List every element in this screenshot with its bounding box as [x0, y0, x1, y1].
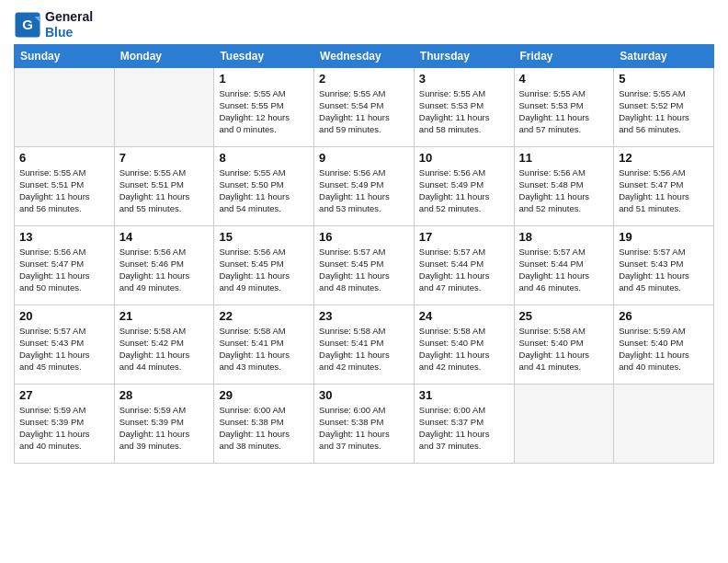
- calendar-cell: 12Sunrise: 5:56 AM Sunset: 5:47 PM Dayli…: [614, 146, 714, 225]
- day-number: 22: [219, 309, 309, 323]
- logo: G General Blue: [14, 9, 93, 40]
- calendar-cell: 19Sunrise: 5:57 AM Sunset: 5:43 PM Dayli…: [614, 225, 714, 304]
- cell-info: Sunrise: 6:00 AM Sunset: 5:38 PM Dayligh…: [219, 404, 309, 453]
- header: G General Blue: [14, 9, 714, 40]
- cell-info: Sunrise: 5:57 AM Sunset: 5:45 PM Dayligh…: [319, 246, 409, 294]
- calendar-cell: 24Sunrise: 5:58 AM Sunset: 5:40 PM Dayli…: [414, 304, 514, 384]
- day-number: 4: [519, 72, 609, 86]
- calendar-cell: 27Sunrise: 5:59 AM Sunset: 5:39 PM Dayli…: [15, 384, 115, 463]
- cell-info: Sunrise: 5:55 AM Sunset: 5:54 PM Dayligh…: [319, 87, 409, 136]
- calendar-cell: 5Sunrise: 5:55 AM Sunset: 5:52 PM Daylig…: [614, 67, 714, 146]
- calendar-cell: 23Sunrise: 5:58 AM Sunset: 5:41 PM Dayli…: [314, 304, 415, 384]
- calendar-cell: 4Sunrise: 5:55 AM Sunset: 5:53 PM Daylig…: [514, 67, 614, 146]
- cell-info: Sunrise: 5:55 AM Sunset: 5:55 PM Dayligh…: [219, 87, 309, 136]
- calendar-cell: 28Sunrise: 5:59 AM Sunset: 5:39 PM Dayli…: [114, 384, 214, 463]
- calendar-cell: 11Sunrise: 5:56 AM Sunset: 5:48 PM Dayli…: [514, 146, 614, 225]
- day-number: 14: [119, 230, 210, 244]
- cell-info: Sunrise: 5:55 AM Sunset: 5:50 PM Dayligh…: [219, 167, 309, 215]
- cell-info: Sunrise: 5:58 AM Sunset: 5:42 PM Dayligh…: [119, 325, 210, 373]
- cell-info: Sunrise: 5:57 AM Sunset: 5:43 PM Dayligh…: [19, 325, 109, 373]
- day-number: 30: [319, 388, 409, 402]
- calendar-cell: 31Sunrise: 6:00 AM Sunset: 5:37 PM Dayli…: [414, 384, 514, 463]
- cell-info: Sunrise: 5:57 AM Sunset: 5:44 PM Dayligh…: [519, 246, 609, 294]
- calendar-cell: 14Sunrise: 5:56 AM Sunset: 5:46 PM Dayli…: [114, 225, 214, 304]
- day-number: 1: [219, 72, 309, 86]
- calendar-cell: 21Sunrise: 5:58 AM Sunset: 5:42 PM Dayli…: [114, 304, 214, 384]
- weekday-header-thursday: Thursday: [414, 44, 514, 67]
- calendar-cell: 2Sunrise: 5:55 AM Sunset: 5:54 PM Daylig…: [314, 67, 415, 146]
- calendar-cell: 29Sunrise: 6:00 AM Sunset: 5:38 PM Dayli…: [214, 384, 314, 463]
- day-number: 29: [219, 388, 309, 402]
- calendar-cell: 26Sunrise: 5:59 AM Sunset: 5:40 PM Dayli…: [614, 304, 714, 384]
- cell-info: Sunrise: 5:59 AM Sunset: 5:39 PM Dayligh…: [19, 404, 109, 453]
- day-number: 26: [619, 309, 709, 323]
- logo-text: General Blue: [45, 9, 93, 40]
- calendar-cell: 17Sunrise: 5:57 AM Sunset: 5:44 PM Dayli…: [414, 225, 514, 304]
- cell-info: Sunrise: 5:58 AM Sunset: 5:41 PM Dayligh…: [219, 325, 309, 373]
- day-number: 13: [19, 230, 109, 244]
- day-number: 23: [319, 309, 409, 323]
- day-number: 19: [619, 230, 709, 244]
- logo-icon: G: [14, 11, 41, 39]
- cell-info: Sunrise: 5:55 AM Sunset: 5:52 PM Dayligh…: [619, 87, 709, 136]
- cell-info: Sunrise: 5:56 AM Sunset: 5:48 PM Dayligh…: [519, 167, 609, 215]
- day-number: 11: [519, 151, 609, 165]
- calendar-cell: 6Sunrise: 5:55 AM Sunset: 5:51 PM Daylig…: [15, 146, 115, 225]
- calendar-cell: [114, 67, 214, 146]
- day-number: 18: [519, 230, 609, 244]
- cell-info: Sunrise: 5:58 AM Sunset: 5:40 PM Dayligh…: [519, 325, 609, 373]
- calendar-cell: 16Sunrise: 5:57 AM Sunset: 5:45 PM Dayli…: [314, 225, 415, 304]
- day-number: 24: [419, 309, 509, 323]
- day-number: 20: [19, 309, 109, 323]
- cell-info: Sunrise: 6:00 AM Sunset: 5:37 PM Dayligh…: [419, 404, 509, 453]
- calendar-cell: 13Sunrise: 5:56 AM Sunset: 5:47 PM Dayli…: [15, 225, 115, 304]
- calendar-cell: 1Sunrise: 5:55 AM Sunset: 5:55 PM Daylig…: [214, 67, 314, 146]
- calendar-cell: 15Sunrise: 5:56 AM Sunset: 5:45 PM Dayli…: [214, 225, 314, 304]
- cell-info: Sunrise: 5:57 AM Sunset: 5:43 PM Dayligh…: [619, 246, 709, 294]
- cell-info: Sunrise: 5:56 AM Sunset: 5:46 PM Dayligh…: [119, 246, 210, 294]
- day-number: 8: [219, 151, 309, 165]
- cell-info: Sunrise: 5:56 AM Sunset: 5:47 PM Dayligh…: [619, 167, 709, 215]
- calendar-cell: 30Sunrise: 6:00 AM Sunset: 5:38 PM Dayli…: [314, 384, 415, 463]
- cell-info: Sunrise: 5:56 AM Sunset: 5:49 PM Dayligh…: [319, 167, 409, 215]
- svg-text:G: G: [22, 16, 33, 31]
- calendar-cell: 25Sunrise: 5:58 AM Sunset: 5:40 PM Dayli…: [514, 304, 614, 384]
- day-number: 16: [319, 230, 409, 244]
- calendar-cell: 9Sunrise: 5:56 AM Sunset: 5:49 PM Daylig…: [314, 146, 415, 225]
- day-number: 2: [319, 72, 409, 86]
- day-number: 28: [119, 388, 210, 402]
- cell-info: Sunrise: 5:55 AM Sunset: 5:51 PM Dayligh…: [19, 167, 109, 215]
- calendar-cell: 8Sunrise: 5:55 AM Sunset: 5:50 PM Daylig…: [214, 146, 314, 225]
- day-number: 27: [19, 388, 109, 402]
- day-number: 5: [619, 72, 709, 86]
- weekday-header-friday: Friday: [514, 44, 614, 67]
- calendar-cell: 20Sunrise: 5:57 AM Sunset: 5:43 PM Dayli…: [15, 304, 115, 384]
- calendar-cell: [514, 384, 614, 463]
- day-number: 12: [619, 151, 709, 165]
- weekday-header-sunday: Sunday: [15, 44, 115, 67]
- cell-info: Sunrise: 5:56 AM Sunset: 5:49 PM Dayligh…: [419, 167, 509, 215]
- cell-info: Sunrise: 5:55 AM Sunset: 5:53 PM Dayligh…: [419, 87, 509, 136]
- cell-info: Sunrise: 5:55 AM Sunset: 5:53 PM Dayligh…: [519, 87, 609, 136]
- calendar-cell: 22Sunrise: 5:58 AM Sunset: 5:41 PM Dayli…: [214, 304, 314, 384]
- weekday-header-wednesday: Wednesday: [314, 44, 415, 67]
- cell-info: Sunrise: 5:59 AM Sunset: 5:40 PM Dayligh…: [619, 325, 709, 373]
- cell-info: Sunrise: 5:59 AM Sunset: 5:39 PM Dayligh…: [119, 404, 210, 453]
- cell-info: Sunrise: 5:57 AM Sunset: 5:44 PM Dayligh…: [419, 246, 509, 294]
- calendar-cell: 10Sunrise: 5:56 AM Sunset: 5:49 PM Dayli…: [414, 146, 514, 225]
- calendar-cell: 7Sunrise: 5:55 AM Sunset: 5:51 PM Daylig…: [114, 146, 214, 225]
- day-number: 31: [419, 388, 509, 402]
- page-container: G General Blue SundayMondayTuesdayWednes…: [0, 0, 728, 473]
- day-number: 15: [219, 230, 309, 244]
- day-number: 6: [19, 151, 109, 165]
- cell-info: Sunrise: 6:00 AM Sunset: 5:38 PM Dayligh…: [319, 404, 409, 453]
- calendar-table: SundayMondayTuesdayWednesdayThursdayFrid…: [14, 44, 714, 464]
- weekday-header-tuesday: Tuesday: [214, 44, 314, 67]
- day-number: 7: [119, 151, 210, 165]
- cell-info: Sunrise: 5:58 AM Sunset: 5:41 PM Dayligh…: [319, 325, 409, 373]
- day-number: 3: [419, 72, 509, 86]
- calendar-cell: [15, 67, 115, 146]
- calendar-cell: 3Sunrise: 5:55 AM Sunset: 5:53 PM Daylig…: [414, 67, 514, 146]
- day-number: 25: [519, 309, 609, 323]
- calendar-cell: [614, 384, 714, 463]
